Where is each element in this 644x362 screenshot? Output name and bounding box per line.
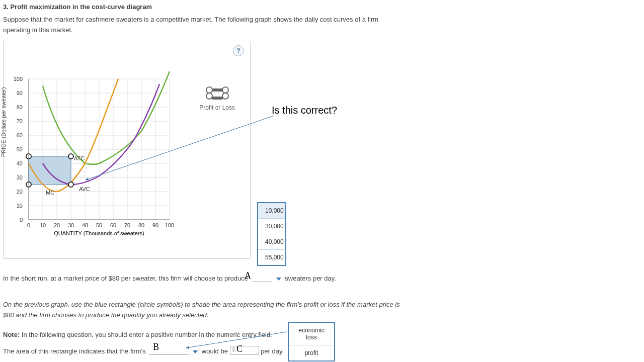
graph-panel: ? Profit or Loss PRICE (Dollars per swea…	[3, 41, 251, 259]
svg-text:100: 100	[165, 222, 174, 228]
svg-text:20: 20	[54, 222, 60, 228]
atc-label: ATC	[74, 155, 85, 161]
svg-text:40: 40	[17, 160, 23, 166]
shade-tool[interactable]: Profit or Loss	[199, 86, 235, 111]
help-icon[interactable]: ?	[233, 45, 244, 56]
question-intro: Suppose that the market for cashmere swe…	[0, 11, 390, 36]
annotation-letter-c: C	[236, 344, 243, 354]
cost-curve-chart[interactable]: ATC AVC MC 010 2030 4050 6070 8090 100 0…	[4, 41, 250, 258]
chevron-down-icon[interactable]	[193, 350, 198, 353]
svg-text:30: 30	[17, 174, 23, 180]
svg-text:90: 90	[152, 222, 158, 228]
svg-text:50: 50	[96, 222, 102, 228]
svg-text:80: 80	[138, 222, 144, 228]
svg-text:90: 90	[17, 90, 23, 96]
dropdown-b-options[interactable]: economic loss profit	[288, 322, 335, 361]
profit-loss-rectangle[interactable]	[29, 156, 71, 185]
svg-text:10: 10	[40, 222, 46, 228]
annotation-letter-a: A	[245, 270, 251, 281]
option-40000[interactable]: 40,000	[258, 234, 285, 250]
annotation-letter-b: B	[153, 342, 159, 352]
option-economic-loss[interactable]: economic loss	[289, 323, 334, 345]
y-axis-label: PRICE (Dollars per sweater)	[1, 87, 7, 157]
note-line: Note: In the following question, you sho…	[3, 331, 272, 338]
shade-tool-label: Profit or Loss	[199, 104, 235, 111]
svg-text:70: 70	[124, 222, 130, 228]
gridlines	[29, 79, 170, 220]
x-ticks: 010 2030 4050 6070 8090 100	[27, 222, 174, 228]
rect-handle-br[interactable]	[68, 182, 73, 187]
svg-text:0: 0	[27, 222, 30, 228]
svg-text:50: 50	[17, 146, 23, 152]
svg-text:70: 70	[17, 118, 23, 124]
prompt-q1: In the short run, at a market price of $…	[3, 275, 336, 282]
dropdown-a-options[interactable]: 10,000 30,000 40,000 55,000	[257, 202, 286, 266]
x-axis-label: QUANTITY (Thousands of sweaters)	[54, 230, 144, 236]
svg-text:0: 0	[20, 217, 23, 223]
svg-text:60: 60	[17, 132, 23, 138]
option-profit[interactable]: profit	[289, 345, 334, 360]
option-10000[interactable]: 10,000	[258, 203, 285, 219]
rect-handle-tr[interactable]	[68, 154, 73, 159]
option-55000[interactable]: 55,000	[258, 250, 285, 265]
prompt-q2: On the previous graph, use the blue rect…	[3, 300, 400, 321]
avc-label: AVC	[79, 186, 90, 192]
question-title: 3. Profit maximization in the cost-curve…	[0, 0, 644, 11]
annotation-question: Is this correct?	[272, 105, 337, 116]
svg-text:60: 60	[110, 222, 116, 228]
svg-text:40: 40	[82, 222, 88, 228]
y-ticks: 010 2030 4050 6070 8090 100	[14, 76, 23, 223]
svg-text:20: 20	[17, 189, 23, 195]
numeric-entry-c[interactable]: $	[230, 346, 259, 355]
svg-text:30: 30	[68, 222, 74, 228]
atc-curve	[43, 71, 170, 164]
svg-text:100: 100	[14, 76, 23, 82]
chevron-down-icon[interactable]	[276, 278, 281, 281]
mc-label: MC	[46, 190, 54, 196]
dropdown-a[interactable]	[252, 275, 272, 282]
option-30000[interactable]: 30,000	[258, 219, 285, 234]
svg-text:80: 80	[17, 104, 23, 110]
svg-text:10: 10	[17, 203, 23, 209]
